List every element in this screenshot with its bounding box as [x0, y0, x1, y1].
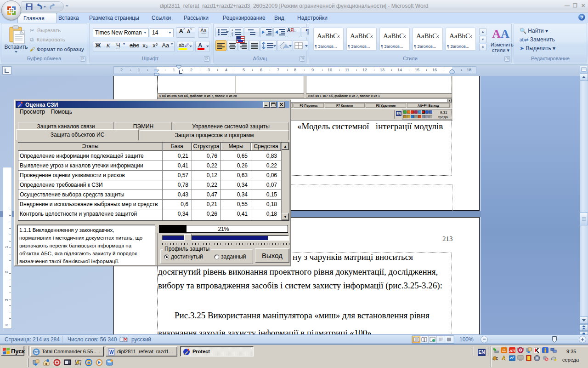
svg-text:ATI: ATI	[509, 349, 515, 353]
svg-text:TC: TC	[34, 350, 39, 354]
svg-text:3: 3	[232, 34, 233, 37]
svg-text:e: e	[87, 360, 90, 365]
svg-text:W: W	[109, 350, 114, 355]
